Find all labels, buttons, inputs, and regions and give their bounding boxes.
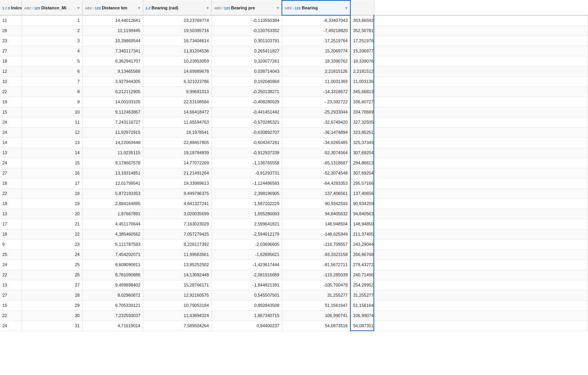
- cell-dist-km: 9,449796375: [143, 188, 211, 198]
- cell-bearing-rad: 0,192040968: [211, 76, 282, 87]
- table-row: 11114,4401264123,23769774-0,110550384-6,…: [0, 15, 588, 25]
- cell-bearing-pre: 51,1561647: [282, 300, 350, 310]
- col-type-badge-bearing-pre: ABC/123: [214, 6, 230, 10]
- cell-bearing-rad: -0,570285321: [211, 117, 282, 127]
- cell-index: 5: [22, 56, 82, 66]
- cell-bearing-pre: -25,2933044: [282, 107, 350, 117]
- cell-index: 15: [22, 158, 82, 168]
- cell-row-id: 24: [0, 117, 22, 127]
- col-type-badge-dist-mi: ABC/123: [24, 6, 40, 10]
- col-header-dist-mi[interactable]: ABC/123 Distance_Mi ▼: [22, 0, 82, 15]
- col-header-row-id[interactable]: 123 Index ▼: [0, 0, 22, 15]
- cell-dist-mi: 8,608090811: [82, 260, 143, 270]
- cell-dist-km: 10,79053184: [143, 300, 211, 310]
- cell-dist-km: 19,18784839: [143, 148, 211, 158]
- cell-row-id: 11: [0, 15, 22, 25]
- cell-dist-km: 11,63894324: [143, 310, 211, 321]
- filter-icon-dist-mi[interactable]: ▼: [77, 5, 81, 10]
- cell-row-id: 22: [0, 310, 22, 321]
- cell-extra: [374, 290, 588, 300]
- cell-row-id: 24: [0, 321, 22, 331]
- table-row: 24117,24311672711,65594763-0,570285321-3…: [0, 117, 588, 127]
- cell-bearing: 94,84056324: [350, 209, 374, 219]
- cell-row-id: 22: [0, 87, 22, 97]
- cell-dist-km: 14,69989678: [143, 66, 211, 76]
- cell-dist-mi: 9,499898402: [82, 280, 143, 290]
- col-type-badge-dist-km: ABC/123: [85, 6, 101, 10]
- cell-index: 26: [22, 270, 82, 280]
- cell-dist-mi: 7,454202071: [82, 249, 143, 260]
- cell-index: 16: [22, 168, 82, 178]
- filter-icon-bearing[interactable]: ▼: [345, 6, 348, 10]
- cell-extra: [374, 219, 588, 229]
- cell-dist-mi: 12,01799541: [82, 178, 143, 188]
- cell-index: 21: [22, 219, 82, 229]
- table-row: 2286,2121129059,99681013-0,250138271-14,…: [0, 87, 588, 97]
- cell-bearing-rad: 2,398196905: [211, 188, 282, 198]
- filter-icon-dist-km[interactable]: ▼: [137, 5, 141, 10]
- cell-bearing: 334,7066955: [350, 107, 374, 117]
- cell-index: 12: [22, 127, 82, 137]
- cell-row-id: 27: [0, 168, 22, 178]
- cell-bearing: 266,6676841: [350, 249, 374, 260]
- cell-dist-mi: 8,781090886: [82, 270, 143, 280]
- cell-bearing: 18,3390762: [350, 56, 374, 66]
- cell-bearing-pre: -105,700479: [282, 280, 350, 290]
- col-header-bearing[interactable]: ABC/123 Bearing ▼: [282, 0, 350, 15]
- table-row: 1856,36294170710,239530590,32007726118,3…: [0, 56, 588, 66]
- cell-bearing-rad: -0,408280029: [211, 97, 282, 107]
- cell-extra: [374, 97, 588, 107]
- cell-bearing: 307,6925452: [350, 168, 374, 178]
- cell-bearing-pre: 2,21815126: [282, 66, 350, 76]
- cell-row-id: 27: [0, 46, 22, 56]
- col-header-extra: [350, 0, 374, 15]
- col-header-bearing-rad[interactable]: 1.2 Bearing (rad) ▼: [143, 0, 211, 15]
- col-type-badge-bearing-rad: 1.2: [146, 6, 151, 10]
- cell-bearing-pre: 18,3390762: [282, 56, 350, 66]
- cell-bearing-rad: -1,423617444: [211, 260, 282, 270]
- cell-index: 7: [22, 76, 82, 87]
- col-header-bearing-pre[interactable]: ABC/123 Bearing pre ▼: [211, 0, 282, 15]
- cell-dist-km: 14,13092448: [143, 270, 211, 280]
- cell-bearing-rad: 0,038714043: [211, 66, 282, 76]
- cell-bearing-rad: 0,545507501: [211, 290, 282, 300]
- cell-dist-km: 11,65594763: [143, 117, 211, 127]
- cell-index: 23: [22, 239, 82, 249]
- cell-dist-km: 7,057279425: [143, 229, 211, 239]
- table-row: 271613,1831485121,21491264-0,91293731-52…: [0, 168, 588, 178]
- cell-index: 10: [22, 107, 82, 117]
- cell-index: 24: [22, 249, 82, 260]
- table-row: 141314,2206944822,88457805-0,604347281-3…: [0, 137, 588, 148]
- cell-dist-mi: 11,92972915: [82, 127, 143, 137]
- cell-dist-mi: 6,362941707: [82, 56, 143, 66]
- cell-bearing: 336,6072775: [350, 97, 374, 107]
- cell-row-id: 24: [0, 127, 22, 137]
- filter-icon-row-id[interactable]: ▼: [16, 5, 20, 10]
- table-row: 15109,11246386714,66418472-0,441451442-2…: [0, 107, 588, 117]
- cell-row-id: 18: [0, 56, 22, 66]
- cell-extra: [374, 46, 588, 56]
- cell-bearing: 307,6925435: [350, 148, 374, 158]
- filter-icon-bearing-pre[interactable]: ▼: [276, 5, 280, 10]
- cell-dist-km: 10,23953059: [143, 56, 211, 66]
- col-header-dist-km[interactable]: ABC/123 Distance km ▼: [82, 0, 143, 15]
- cell-dist-km: 22,53108584: [143, 97, 211, 107]
- cell-dist-mi: 5,872193353: [82, 188, 143, 198]
- cell-dist-mi: 7,232550037: [82, 310, 143, 321]
- cell-bearing-pre: -116,709557: [282, 239, 350, 249]
- cell-dist-km: 11,81204536: [143, 46, 211, 56]
- cell-extra: [374, 239, 588, 249]
- cell-row-id: 9: [0, 239, 22, 249]
- cell-dist-km: 21,21491264: [143, 168, 211, 178]
- cell-index: 1: [22, 15, 82, 25]
- cell-dist-km: 13,85252502: [143, 260, 211, 270]
- cell-bearing-rad: -1,62895621: [211, 249, 282, 260]
- cell-dist-mi: 2,884164895: [82, 198, 143, 209]
- cell-dist-mi: 6,705339121: [82, 300, 143, 310]
- cell-extra: [374, 168, 588, 178]
- filter-icon-bearing-rad[interactable]: ▼: [206, 5, 210, 10]
- cell-row-id: 17: [0, 219, 22, 229]
- table-row: 22307,23255003711,638943241,867340715106…: [0, 310, 588, 321]
- cell-bearing-pre: -148,625949: [282, 229, 350, 239]
- cell-row-id: 12: [0, 66, 22, 76]
